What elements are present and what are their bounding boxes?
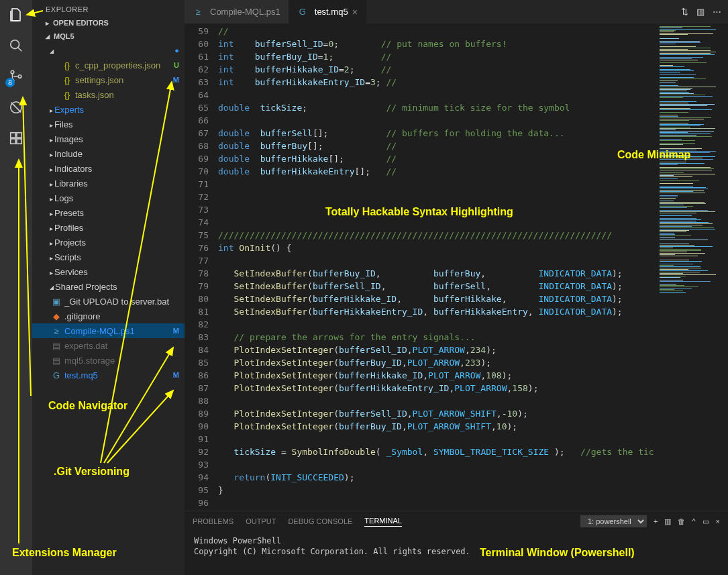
tab-problems[interactable]: PROBLEMS <box>193 517 233 525</box>
ps1-icon: ≥ <box>193 7 203 17</box>
sidebar-title: EXPLORER <box>32 0 185 16</box>
trash-icon[interactable]: 🗑 <box>678 517 685 525</box>
terminal-panel: PROBLEMS OUTPUT DEBUG CONSOLE TERMINAL 1… <box>185 511 728 575</box>
bat-icon: ▣ <box>51 296 62 307</box>
mq5-icon: G <box>297 7 308 17</box>
file-cprops[interactable]: {}c_cpp_properties.jsonU <box>32 58 185 72</box>
svg-rect-8 <box>17 139 21 144</box>
split-terminal-icon[interactable]: ▥ <box>664 517 671 526</box>
minimap[interactable] <box>654 23 728 511</box>
folder-shared[interactable]: Shared Projects <box>32 279 185 294</box>
app-root: 8 EXPLORER OPEN EDITORS MQL5 ● {}c_cpp_p… <box>0 0 728 575</box>
svg-rect-5 <box>11 133 15 138</box>
tab-terminal[interactable]: TERMINAL <box>364 517 402 527</box>
svg-rect-6 <box>17 133 21 138</box>
file-gitignore[interactable]: ◆.gitignore <box>32 309 185 323</box>
folder-images[interactable]: Images <box>32 132 185 146</box>
add-terminal-icon[interactable]: + <box>654 517 658 525</box>
debug-icon[interactable] <box>7 98 25 117</box>
chevron-up-icon[interactable]: ^ <box>692 517 695 525</box>
editor-tabs: ≥Compile-MQL.ps1 Gtest.mq5× ⇅ ▥ ⋯ <box>185 0 728 23</box>
svg-point-0 <box>11 40 19 49</box>
tab-testmq5[interactable]: Gtest.mq5× <box>289 0 366 23</box>
search-icon[interactable] <box>7 36 25 55</box>
file-gitupload[interactable]: ▣_Git UPLOAD to server.bat <box>32 294 185 309</box>
source-control-icon[interactable]: 8 <box>7 67 25 86</box>
folder-indicators[interactable]: Indicators <box>32 161 185 176</box>
file-settings[interactable]: {}settings.jsonM <box>32 72 185 87</box>
split-icon[interactable]: ▥ <box>696 7 705 17</box>
panel-tabs: PROBLEMS OUTPUT DEBUG CONSOLE TERMINAL 1… <box>185 511 728 531</box>
ps1-icon: ≥ <box>51 325 62 336</box>
file-expertsdat[interactable]: ▤experts.dat <box>32 338 185 353</box>
scm-badge: 8 <box>5 78 15 87</box>
terminal-select[interactable]: 1: powershell <box>580 515 647 527</box>
file-icon: ▤ <box>51 340 62 351</box>
folder-scripts[interactable]: Scripts <box>32 250 185 264</box>
mq5-icon: G <box>51 370 62 380</box>
tab-compile[interactable]: ≥Compile-MQL.ps1 <box>185 0 289 23</box>
svg-point-1 <box>11 70 14 74</box>
close-icon[interactable]: × <box>352 7 358 17</box>
svg-rect-7 <box>11 139 15 144</box>
close-panel-icon[interactable]: × <box>716 517 720 525</box>
line-gutter: 59 60 61 62 63 64 65 66 67 68 69 70 71 7… <box>185 23 218 511</box>
file-testmq5[interactable]: Gtest.mq5M <box>32 368 185 382</box>
more-icon[interactable]: ⋯ <box>713 7 721 17</box>
folder-profiles[interactable]: Profiles <box>32 220 185 235</box>
editor[interactable]: 59 60 61 62 63 64 65 66 67 68 69 70 71 7… <box>185 23 728 511</box>
maximize-icon[interactable]: ▭ <box>703 517 709 526</box>
tab-output[interactable]: OUTPUT <box>246 517 276 525</box>
folder-include[interactable]: Include <box>32 146 185 161</box>
open-editors-head[interactable]: OPEN EDITORS <box>32 16 185 30</box>
git-icon: ◆ <box>51 311 62 321</box>
folder-libraries[interactable]: Libraries <box>32 176 185 191</box>
tab-debug[interactable]: DEBUG CONSOLE <box>288 517 352 525</box>
sidebar: EXPLORER OPEN EDITORS MQL5 ● {}c_cpp_pro… <box>32 0 185 575</box>
json-icon: {} <box>62 89 72 100</box>
explorer-icon[interactable] <box>7 5 25 24</box>
tabs-actions: ⇅ ▥ ⋯ <box>681 0 728 23</box>
folder-projects[interactable]: Projects <box>32 235 185 250</box>
folder-files[interactable]: Files <box>32 117 185 132</box>
project-head[interactable]: MQL5 <box>32 30 185 43</box>
file-tasks[interactable]: {}tasks.json <box>32 87 185 102</box>
compare-icon[interactable]: ⇅ <box>681 7 688 17</box>
folder-presets[interactable]: Presets <box>32 205 185 220</box>
json-icon: {} <box>62 60 72 70</box>
file-tree: ● {}c_cpp_properties.jsonU {}settings.js… <box>32 43 185 382</box>
folder-experts[interactable]: Experts <box>32 102 185 117</box>
extensions-icon[interactable] <box>7 129 25 148</box>
svg-point-3 <box>18 75 21 79</box>
folder-vscode[interactable]: ● <box>32 43 185 58</box>
activity-bar: 8 <box>0 0 32 575</box>
file-mql5storage[interactable]: ▤mql5.storage <box>32 353 185 368</box>
code-area[interactable]: // int bufferSell_ID=0; // put names on … <box>218 23 654 511</box>
file-icon: ▤ <box>51 355 62 366</box>
terminal-body[interactable]: Windows PowerShell Copyright (C) Microso… <box>185 531 728 575</box>
folder-services[interactable]: Services <box>32 264 185 279</box>
folder-logs[interactable]: Logs <box>32 191 185 205</box>
json-icon: {} <box>62 74 72 85</box>
main-area: ≥Compile-MQL.ps1 Gtest.mq5× ⇅ ▥ ⋯ 59 60 … <box>185 0 728 575</box>
file-compile[interactable]: ≥Compile-MQL.ps1M <box>32 323 185 338</box>
